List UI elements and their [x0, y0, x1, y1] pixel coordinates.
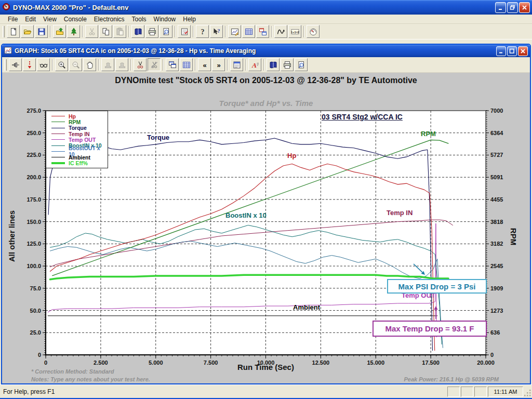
probe-icon [25, 61, 34, 69]
menu-item-console[interactable]: Console [60, 15, 90, 23]
pin-icon [11, 61, 20, 69]
legend-item-temp-in: Temp IN [46, 131, 108, 137]
svg-text:?: ? [217, 28, 220, 33]
toolbar-separator [130, 59, 131, 71]
graph-toolbar: «»A [2, 57, 530, 73]
preview-icon [162, 28, 170, 36]
main-tasks-button[interactable] [178, 25, 191, 38]
toolbar-separator [98, 59, 99, 71]
clip-icon [136, 61, 144, 69]
main-tile-windows-button[interactable] [256, 25, 269, 38]
cut-icon [88, 28, 96, 36]
graph-no-clip-button[interactable] [148, 58, 161, 71]
graph-maximize-button[interactable] [507, 46, 517, 56]
main-save-button[interactable] [35, 25, 48, 38]
tree-icon [70, 28, 78, 36]
y-left-tick-label: 275.0 [26, 108, 41, 114]
menu-item-view[interactable]: View [39, 15, 60, 23]
graph-undo-zoom-button [101, 58, 114, 71]
menu-item-tools[interactable]: Tools [128, 15, 150, 23]
graph-toolbar-grip[interactable] [5, 59, 7, 71]
main-data-grid-button[interactable] [242, 25, 255, 38]
main-print-button[interactable] [145, 25, 158, 38]
menu-item-window[interactable]: Window [150, 15, 180, 23]
graph-titlebar[interactable]: GRAPH: Stock 05 SRT4 CCA ic on 2005-12-0… [2, 45, 530, 57]
graph-report-button[interactable] [267, 58, 280, 71]
graph-glasses-button[interactable] [37, 58, 50, 71]
toolbar-separator [82, 26, 83, 37]
graph-pan-button[interactable] [83, 58, 96, 71]
main-tree-button[interactable] [67, 25, 80, 38]
y-right-tick-label: 6364 [490, 130, 503, 136]
tile-windows-icon [259, 28, 267, 36]
y-right-tick-label: 1909 [490, 285, 503, 291]
legend-item-hp: Hp [46, 113, 108, 119]
menu-item-edit[interactable]: Edit [21, 15, 39, 23]
main-graph-edit-button[interactable] [228, 25, 241, 38]
pan-icon [86, 61, 94, 69]
menu-item-file[interactable]: File [4, 15, 21, 23]
x-tick-label: 15.000 [367, 360, 384, 366]
toolbar-separator [303, 26, 304, 37]
graph-clip-button[interactable] [134, 58, 147, 71]
main-context-help-button[interactable]: ? [210, 25, 223, 38]
graph-next-button[interactable]: » [212, 58, 225, 71]
legend-item-torque: Torque [46, 125, 108, 131]
menu-item-electronics[interactable]: Electronics [90, 15, 128, 23]
resize-grip[interactable] [524, 385, 532, 398]
redo-zoom-icon [118, 61, 126, 69]
new-icon [9, 28, 18, 36]
legend-item-rpm: RPM [46, 119, 108, 125]
main-wave-button[interactable] [274, 25, 287, 38]
menu-item-help[interactable]: Help [179, 15, 200, 23]
main-copy-button[interactable] [99, 25, 112, 38]
main-paste-button [113, 25, 126, 38]
graph-cascade-button[interactable] [166, 58, 179, 71]
main-new-button[interactable] [7, 25, 20, 38]
toolbar-separator [245, 59, 246, 71]
main-calc-button[interactable]: 1+1=2 [288, 25, 301, 38]
main-gauge-button[interactable] [307, 25, 320, 38]
font-icon: A [251, 61, 259, 69]
calc-icon: 1+1=2 [291, 28, 299, 36]
main-export-button[interactable] [53, 25, 66, 38]
main-report-button[interactable] [131, 25, 144, 38]
graph-close-button[interactable] [518, 46, 528, 56]
main-help-button[interactable]: ? [196, 25, 209, 38]
graph-print-button[interactable] [281, 58, 294, 71]
paste-icon [116, 28, 124, 36]
graph-prev-button[interactable]: « [198, 58, 211, 71]
y-right-tick-label: 3182 [490, 241, 503, 247]
main-open-button[interactable] [21, 25, 34, 38]
main-titlebar[interactable]: DYNO-MAX 2000 "Pro" - Default.env [0, 0, 532, 15]
main-toolbar-grip[interactable] [3, 26, 5, 37]
legend-swatch [51, 145, 65, 146]
minimize-button[interactable] [495, 2, 506, 13]
graph-notes-button[interactable] [230, 58, 243, 71]
graph-edit-icon [231, 28, 239, 36]
close-button[interactable] [519, 2, 530, 13]
graph-data-grid-button[interactable] [180, 58, 193, 71]
graph-area: DYNOmite test "Stock 05 SRT4 on 2005-12-… [2, 73, 530, 383]
graph-preview-button[interactable] [295, 58, 308, 71]
y-left-tick-label: 200.0 [26, 174, 41, 180]
graph-pin-button[interactable] [9, 58, 22, 71]
chart-inset-title: 03 SRT4 Stg2 w/CCA IC [315, 113, 409, 121]
main-preview-button[interactable] [159, 25, 172, 38]
toolbar-separator [52, 59, 53, 71]
restore-button[interactable] [507, 2, 518, 13]
graph-redo-zoom-button [115, 58, 128, 71]
wave-icon [277, 28, 285, 36]
graph-font-button[interactable]: A [248, 58, 261, 71]
graph-zoom-in-button[interactable] [55, 58, 68, 71]
curve-label-hp: Hp [287, 152, 296, 159]
status-cell-3 [474, 387, 487, 397]
graph-probe-button[interactable] [23, 58, 36, 71]
x-tick-label: 12.500 [312, 360, 330, 366]
status-help-text: For Help, press F1 [0, 388, 447, 395]
graph-minimize-button[interactable] [496, 46, 506, 56]
data-grid-icon [182, 61, 191, 69]
toolbar-separator [128, 26, 129, 37]
legend-swatch [51, 157, 65, 157]
x-tick-label: 5.000 [149, 360, 163, 366]
